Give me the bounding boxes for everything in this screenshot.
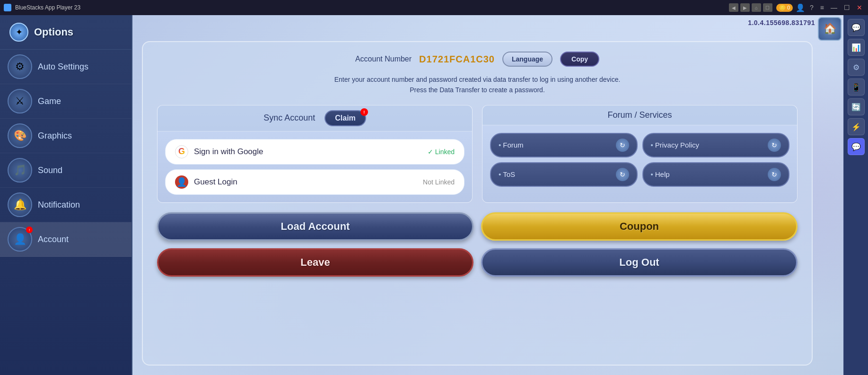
sync-header: Sync Account Claim !	[158, 105, 472, 131]
sidebar-item-sound[interactable]: 🎵 Sound	[0, 153, 132, 188]
edge-stats-button[interactable]: 📊	[848, 39, 865, 56]
sidebar-header: ✦ Options	[0, 15, 132, 50]
auto-settings-icon: ⚙	[8, 54, 32, 79]
coupon-button[interactable]: Coupon	[481, 212, 798, 241]
edge-phone-button[interactable]: 📱	[848, 78, 865, 96]
guest-icon: 👤	[175, 175, 188, 189]
right-edge-panel: 💬 📊 ⚙ 📱 🔄 ⚡ 💬	[843, 15, 868, 375]
account-number-value: D1721FCA1C30	[419, 54, 495, 65]
forum-body: •Forum ↻ •Privacy Policy ↻ •ToS ↻ •Hel	[482, 125, 797, 194]
sidebar-item-graphics[interactable]: 🎨 Graphics	[0, 119, 132, 153]
claim-button[interactable]: Claim !	[324, 110, 366, 126]
privacy-policy-button[interactable]: •Privacy Policy ↻	[642, 133, 790, 157]
sidebar-label-notification: Notification	[38, 200, 80, 210]
two-columns: Sync Account Claim ! G Sign in with Go	[157, 105, 798, 203]
sidebar-item-game[interactable]: ⚔ Game	[0, 84, 132, 119]
claim-badge: !	[360, 108, 368, 116]
edge-settings-button[interactable]: ⚙	[848, 59, 865, 76]
sidebar-label-auto-settings: Auto Settings	[38, 62, 88, 72]
discord-button[interactable]: 💬	[848, 138, 865, 155]
google-login-item[interactable]: G Sign in with Google ✓ Linked	[165, 139, 465, 165]
guest-login-item[interactable]: 👤 Guest Login Not Linked	[165, 169, 465, 195]
sound-icon: 🎵	[8, 158, 32, 183]
home-button[interactable]: 🏠	[818, 17, 842, 41]
checkmark-icon: ✓	[428, 148, 435, 156]
maximize-button[interactable]: ☐	[842, 4, 852, 11]
description-line2: Press the Data Transfer to create a pass…	[157, 85, 798, 95]
copy-button[interactable]: Copy	[560, 52, 599, 67]
app-title: BlueStacks App Player 23	[15, 4, 725, 11]
coin-badge: 🪙 0	[776, 4, 793, 12]
home-nav-button[interactable]: ⌂	[752, 3, 761, 12]
sidebar-item-auto-settings[interactable]: ⚙ Auto Settings	[0, 50, 132, 84]
edge-chat-button[interactable]: 💬	[848, 19, 865, 36]
forum-title: Forum / Services	[607, 110, 672, 120]
forward-button[interactable]: ▶	[740, 3, 750, 12]
account-card: Account Number D1721FCA1C30 Language Cop…	[142, 41, 813, 366]
close-button[interactable]: ✕	[855, 4, 864, 11]
titlebar: BlueStacks App Player 23 ◀ ▶ ⌂ ☐ 🪙 0 👤 ?…	[0, 0, 868, 15]
forum-header: Forum / Services	[482, 105, 797, 125]
game-icon: ⚔	[8, 89, 32, 113]
tos-button[interactable]: •ToS ↻	[490, 162, 638, 187]
minimize-button[interactable]: —	[829, 4, 839, 11]
sync-title: Sync Account	[263, 113, 315, 123]
sidebar-item-notification[interactable]: 🔔 Notification	[0, 188, 132, 222]
description-text: Enter your account number and password c…	[157, 74, 798, 96]
guest-status: Not Linked	[423, 178, 455, 186]
options-icon: ✦	[9, 23, 28, 42]
forum-column: Forum / Services •Forum ↻ •Privacy Polic…	[482, 105, 798, 203]
sidebar-title: Options	[34, 26, 73, 38]
back-button[interactable]: ◀	[729, 3, 738, 12]
language-button[interactable]: Language	[502, 52, 552, 67]
tos-arrow-icon: ↻	[616, 168, 629, 181]
sidebar-label-game: Game	[38, 96, 61, 106]
account-number-label: Account Number	[355, 55, 412, 63]
bottom-buttons: Load Account Coupon Leave Log Out	[157, 212, 798, 277]
account-badge: !	[26, 227, 33, 233]
notification-icon: 🔔	[8, 192, 32, 217]
guest-login-label: Guest Login	[194, 177, 417, 187]
nav-buttons: ◀ ▶ ⌂ ☐	[729, 3, 772, 12]
coin-count: 0	[787, 5, 790, 10]
sidebar-label-graphics: Graphics	[38, 131, 72, 141]
account-nav-icon: 👤 !	[8, 227, 32, 252]
sidebar-label-sound: Sound	[38, 166, 62, 175]
account-number-row: Account Number D1721FCA1C30 Language Cop…	[157, 52, 798, 67]
logout-button[interactable]: Log Out	[481, 248, 798, 277]
bookmark-button[interactable]: ☐	[763, 3, 772, 12]
app-icon	[4, 4, 11, 11]
titlebar-right: 🪙 0 👤 ? ≡ — ☐ ✕	[776, 3, 864, 12]
sidebar-item-account[interactable]: 👤 ! Account	[0, 222, 132, 257]
sync-body: G Sign in with Google ✓ Linked 👤 Guest L…	[158, 131, 472, 202]
menu-button[interactable]: ≡	[818, 4, 826, 11]
description-line1: Enter your account number and password c…	[157, 74, 798, 85]
sidebar-label-account: Account	[38, 235, 69, 244]
graphics-icon: 🎨	[8, 123, 32, 148]
help-link-button[interactable]: •Help ↻	[642, 162, 790, 187]
edge-sync-button[interactable]: 🔄	[848, 98, 865, 115]
coin-icon: 🪙	[779, 5, 786, 11]
google-status: ✓ Linked	[428, 148, 455, 156]
help-arrow-icon: ↻	[768, 168, 781, 181]
main-layout: ✦ Options ⚙ Auto Settings ⚔ Game 🎨 Graph…	[0, 15, 868, 375]
google-login-label: Sign in with Google	[194, 147, 422, 157]
leave-button[interactable]: Leave	[157, 248, 473, 277]
google-icon: G	[175, 145, 188, 158]
load-account-button[interactable]: Load Account	[157, 212, 473, 241]
content-area: 1.0.4.155698.831791 🏠 Account Number D17…	[132, 15, 843, 375]
forum-button[interactable]: •Forum ↻	[490, 133, 638, 157]
privacy-arrow-icon: ↻	[768, 139, 781, 152]
sync-column: Sync Account Claim ! G Sign in with Go	[157, 105, 473, 203]
help-button[interactable]: ?	[808, 4, 815, 11]
forum-arrow-icon: ↻	[616, 139, 629, 152]
edge-power-button[interactable]: ⚡	[848, 118, 865, 135]
sidebar: ✦ Options ⚙ Auto Settings ⚔ Game 🎨 Graph…	[0, 15, 132, 375]
avatar-icon: 👤	[796, 3, 805, 12]
version-number: 1.0.4.155698.831791	[748, 19, 815, 26]
